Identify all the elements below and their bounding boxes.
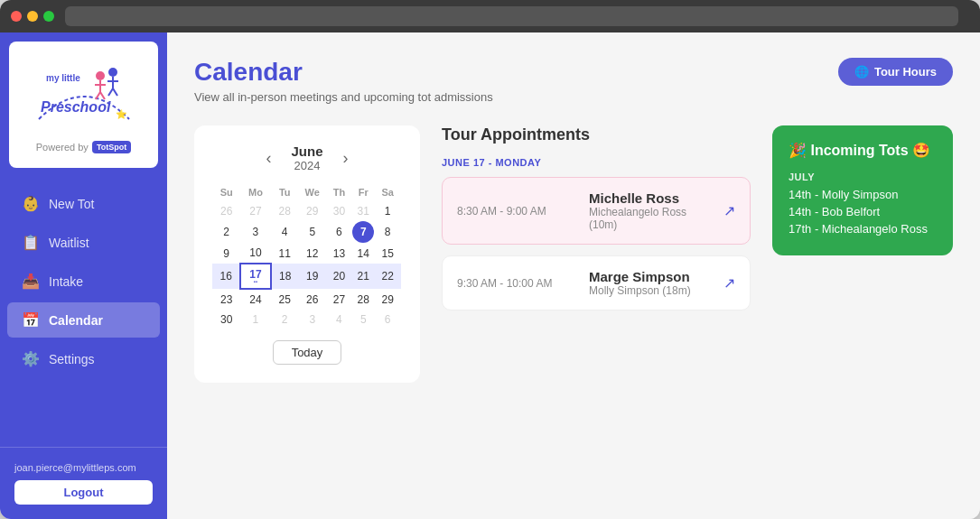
sidebar-item-new-tot[interactable]: 👶 New Tot	[7, 186, 160, 221]
calendar-day-cell[interactable]: 29	[299, 201, 326, 221]
calendar-month-name: June	[291, 144, 322, 159]
tour-hours-button[interactable]: 🌐 Tour Hours	[838, 58, 953, 86]
calendar-day-cell[interactable]: 5	[299, 221, 326, 243]
titlebar	[0, 0, 980, 32]
svg-text:⭐: ⭐	[116, 108, 127, 120]
calendar-day-cell[interactable]: 2	[271, 310, 299, 329]
calendar-day-cell[interactable]: 19	[299, 264, 326, 289]
appt-name-2: Marge Simpson	[589, 269, 709, 284]
incoming-item-1: 14th - Molly Simpson	[789, 188, 937, 201]
calendar-nav: ‹ June 2024 ›	[212, 144, 402, 172]
prev-month-button[interactable]: ‹	[260, 147, 276, 170]
incoming-tots-title: 🎉 Incoming Tots 🤩	[789, 142, 937, 159]
today-button[interactable]: Today	[273, 340, 342, 365]
incoming-tots-section: 🎉 Incoming Tots 🤩 JULY 14th - Molly Simp…	[772, 125, 953, 383]
calendar-day-cell[interactable]: 26	[212, 201, 240, 221]
window-controls	[11, 11, 54, 22]
calendar-day-cell[interactable]: 7	[352, 221, 374, 243]
calendar-week-row: 30123456	[212, 310, 401, 329]
calendar-day-cell[interactable]: 15	[374, 243, 401, 264]
calendar-day-cell[interactable]: 3	[240, 221, 270, 243]
calendar-day-cell[interactable]: 11	[271, 243, 299, 264]
appt-child-2: Molly Simpson (18m)	[589, 284, 709, 297]
calendar-day-cell[interactable]: 9	[212, 243, 240, 264]
close-dot[interactable]	[11, 11, 22, 22]
day-header-su: Su	[212, 183, 240, 201]
powered-by-label: Powered by	[36, 142, 89, 153]
calendar-day-cell[interactable]: 16	[212, 264, 240, 289]
calendar-day-cell[interactable]: 21	[352, 264, 374, 289]
appt-link-icon-1[interactable]: ↗︎	[723, 202, 735, 219]
calendar-day-cell[interactable]: 30	[212, 310, 240, 329]
appt-child-1: Michealangelo Ross (10m)	[589, 206, 709, 231]
calendar-day-cell[interactable]: 28	[352, 289, 374, 310]
sidebar-logo: my little Preschool	[9, 42, 158, 168]
calendar-day-cell[interactable]: 22	[374, 264, 401, 289]
minimize-dot[interactable]	[27, 11, 38, 22]
appointment-card-1[interactable]: 8:30 AM - 9:00 AM Michelle Ross Micheala…	[442, 177, 751, 245]
waitlist-icon: 📋	[22, 234, 40, 251]
day-header-fr: Fr	[352, 183, 374, 201]
calendar-section: ‹ June 2024 › Su Mo Tu	[194, 125, 420, 383]
page-header: Calendar View all in-person meetings and…	[194, 58, 953, 104]
calendar-day-cell[interactable]: 1	[374, 201, 401, 221]
day-header-tu: Tu	[271, 183, 299, 201]
calendar-day-cell[interactable]: 17	[240, 264, 270, 289]
day-header-sa: Sa	[374, 183, 401, 201]
svg-point-7	[108, 68, 117, 77]
calendar-day-cell[interactable]: 31	[352, 201, 374, 221]
calendar-day-cell[interactable]: 27	[240, 201, 270, 221]
calendar-week-row: 2627282930311	[212, 201, 401, 221]
incoming-item-3: 17th - Michealangelo Ross	[789, 222, 937, 236]
calendar-day-cell[interactable]: 29	[374, 289, 401, 310]
sidebar-item-calendar[interactable]: 📅 Calendar	[7, 302, 160, 338]
calendar-day-cell[interactable]: 23	[212, 289, 240, 310]
calendar-day-cell[interactable]: 4	[271, 221, 299, 243]
day-header-mo: Mo	[240, 183, 270, 201]
calendar-day-cell[interactable]: 27	[326, 289, 353, 310]
appt-time-2: 9:30 AM - 10:00 AM	[457, 277, 574, 290]
calendar-day-cell[interactable]: 20	[326, 264, 353, 289]
calendar-week-row: 2345678	[212, 221, 401, 243]
calendar-grid: Su Mo Tu We Th Fr Sa 2627282930311234567…	[212, 183, 402, 329]
appointment-card-2[interactable]: 9:30 AM - 10:00 AM Marge Simpson Molly S…	[442, 255, 751, 310]
calendar-day-cell[interactable]: 13	[326, 243, 353, 264]
appointments-title: Tour Appointments	[442, 125, 751, 144]
calendar-day-cell[interactable]: 12	[299, 243, 326, 264]
url-bar[interactable]	[65, 6, 958, 26]
calendar-day-cell[interactable]: 1	[240, 310, 270, 329]
maximize-dot[interactable]	[43, 11, 54, 22]
intake-icon: 📥	[22, 273, 40, 290]
powered-by-text: Powered by TotSpot	[36, 141, 131, 153]
logout-button[interactable]: Logout	[14, 480, 153, 505]
calendar-day-cell[interactable]: 14	[352, 243, 374, 264]
calendar-day-cell[interactable]: 18	[271, 264, 299, 289]
calendar-day-cell[interactable]: 5	[352, 310, 374, 329]
next-month-button[interactable]: ›	[338, 147, 354, 170]
calendar-day-cell[interactable]: 28	[271, 201, 299, 221]
app-body: my little Preschool	[0, 32, 980, 519]
calendar-day-cell[interactable]: 2	[212, 221, 240, 243]
calendar-day-cell[interactable]: 24	[240, 289, 270, 310]
calendar-day-cell[interactable]: 8	[374, 221, 401, 243]
sidebar-item-label: Calendar	[49, 313, 103, 328]
sidebar-item-waitlist[interactable]: 📋 Waitlist	[7, 225, 160, 260]
user-email: joan.pierce@mylittleps.com	[14, 462, 153, 473]
app-window: my little Preschool	[0, 0, 980, 519]
calendar-day-cell[interactable]: 6	[326, 221, 353, 243]
appt-link-icon-2[interactable]: ↗︎	[723, 274, 735, 292]
calendar-day-cell[interactable]: 6	[374, 310, 401, 329]
calendar-day-cell[interactable]: 26	[299, 289, 326, 310]
calendar-day-cell[interactable]: 30	[326, 201, 353, 221]
sidebar-item-settings[interactable]: ⚙️ Settings	[7, 341, 160, 376]
calendar-day-cell[interactable]: 10	[240, 243, 270, 264]
svg-text:my little: my little	[46, 73, 80, 83]
calendar-week-row: 9101112131415	[212, 243, 401, 264]
sidebar-item-intake[interactable]: 📥 Intake	[7, 264, 160, 299]
calendar-day-cell[interactable]: 4	[326, 310, 353, 329]
page-title: Calendar	[194, 58, 493, 87]
calendar-day-cell[interactable]: 25	[271, 289, 299, 310]
incoming-tots-card: 🎉 Incoming Tots 🤩 JULY 14th - Molly Simp…	[772, 125, 953, 255]
logo-image: my little Preschool	[30, 56, 138, 137]
calendar-day-cell[interactable]: 3	[299, 310, 326, 329]
